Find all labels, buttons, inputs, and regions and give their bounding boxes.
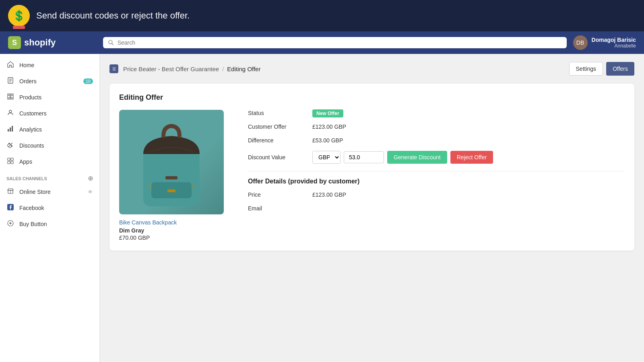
nav-bar: S shopify DB Domagoj Barisic Annabelle	[0, 31, 644, 54]
discount-input[interactable]	[344, 151, 384, 163]
breadcrumb-separator: /	[222, 66, 224, 72]
svg-line-1	[112, 43, 114, 45]
orders-badge: 10	[83, 78, 93, 84]
svg-rect-20	[8, 158, 10, 160]
svg-rect-23	[11, 161, 13, 164]
search-icon	[108, 39, 114, 46]
banner-text: Send discount codes or reject the offer.	[36, 10, 190, 21]
svg-rect-15	[12, 126, 13, 132]
sidebar-item-online-store[interactable]: Online Store 👁	[0, 184, 99, 200]
breadcrumb: ☰ Price Beater - Best Offer Guarantee / …	[109, 64, 260, 73]
sidebar-label-home: Home	[19, 62, 34, 68]
shopify-wordmark: shopify	[24, 37, 56, 48]
divider	[248, 171, 625, 171]
buy-button-icon	[6, 220, 14, 228]
status-value: New Offer	[312, 110, 343, 116]
sidebar-label-orders: Orders	[19, 78, 37, 84]
breadcrumb-bar: ☰ Price Beater - Best Offer Guarantee / …	[109, 62, 634, 76]
product-name-link[interactable]: Bike Canvas Backpack	[119, 219, 232, 226]
card-body: Bike Canvas Backpack Dim Gray £70.00 GBP…	[119, 110, 625, 241]
orders-icon	[6, 77, 14, 85]
sidebar-item-discounts[interactable]: Discounts	[0, 138, 99, 154]
offer-details-title: Offer Details (provided by customer)	[248, 178, 625, 185]
online-store-icon	[6, 188, 14, 196]
svg-rect-22	[8, 161, 10, 164]
home-icon	[6, 61, 14, 69]
discount-value-label: Discount Value	[248, 154, 312, 160]
status-label: Status	[248, 110, 312, 116]
svg-rect-6	[8, 95, 10, 98]
main-content: ☰ Price Beater - Best Offer Guarantee / …	[100, 54, 644, 362]
shopify-logo: S shopify	[8, 36, 97, 49]
sidebar-item-buy-button[interactable]: Buy Button	[0, 216, 99, 232]
search-bar[interactable]	[103, 37, 567, 48]
product-section: Bike Canvas Backpack Dim Gray £70.00 GBP	[119, 110, 232, 241]
difference-value: £53.00 GBP	[312, 137, 343, 144]
sidebar: Home Orders 10 Products Customers Anal	[0, 54, 100, 362]
sidebar-item-orders[interactable]: Orders 10	[0, 73, 99, 89]
email-row: Email	[248, 205, 625, 212]
svg-rect-35	[167, 189, 175, 192]
sidebar-label-products: Products	[19, 94, 41, 101]
sidebar-item-customers[interactable]: Customers	[0, 105, 99, 121]
sidebar-item-analytics[interactable]: Analytics	[0, 121, 99, 138]
layout: Home Orders 10 Products Customers Anal	[0, 54, 644, 362]
sidebar-item-home[interactable]: Home	[0, 57, 99, 73]
generate-discount-button[interactable]: Generate Discount	[387, 151, 447, 164]
sidebar-label-online-store: Online Store	[19, 189, 51, 195]
price-label: Price	[248, 191, 312, 198]
svg-rect-33	[165, 176, 178, 179]
user-name-block: Domagoj Barisic Annabelle	[592, 37, 636, 49]
user-subtitle: Annabelle	[592, 43, 636, 49]
sidebar-item-facebook[interactable]: Facebook	[0, 200, 99, 216]
svg-rect-10	[8, 98, 10, 99]
difference-label: Difference	[248, 137, 312, 144]
search-input[interactable]	[118, 39, 562, 46]
analytics-icon	[6, 125, 14, 134]
status-badge: New Offer	[312, 109, 343, 117]
top-banner: 💲 Send discount codes or reject the offe…	[0, 0, 644, 31]
app-icon: ☰	[109, 64, 118, 73]
products-icon	[6, 93, 14, 101]
sales-channels-title: SALES CHANNELS ⊕	[0, 170, 99, 184]
sidebar-item-products[interactable]: Products	[0, 89, 99, 105]
discount-value-row: Discount Value GBP Generate Discount Rej…	[248, 151, 625, 164]
settings-button[interactable]: Settings	[569, 62, 603, 76]
svg-rect-7	[11, 95, 13, 98]
svg-point-0	[109, 40, 112, 44]
svg-rect-21	[11, 158, 13, 160]
svg-rect-9	[11, 94, 13, 95]
svg-rect-14	[10, 128, 11, 132]
apps-icon	[6, 158, 14, 166]
shopify-logo-icon: S	[8, 36, 21, 49]
sidebar-label-facebook: Facebook	[19, 205, 44, 211]
currency-select[interactable]: GBP	[312, 151, 341, 164]
sidebar-label-analytics: Analytics	[19, 126, 42, 133]
sidebar-label-apps: Apps	[19, 158, 32, 165]
sidebar-item-apps[interactable]: Apps	[0, 154, 99, 170]
offer-section: Status New Offer Customer Offer £123.00 …	[248, 110, 625, 241]
difference-row: Difference £53.00 GBP	[248, 137, 625, 144]
customers-icon	[6, 109, 14, 117]
offers-button[interactable]: Offers	[606, 62, 634, 76]
svg-point-12	[9, 110, 12, 113]
reject-offer-button[interactable]: Reject Offer	[450, 151, 493, 164]
svg-rect-8	[8, 94, 10, 95]
sidebar-label-discounts: Discounts	[19, 142, 44, 149]
add-channel-icon[interactable]: ⊕	[88, 175, 93, 182]
eye-icon[interactable]: 👁	[88, 189, 93, 195]
header-buttons: Settings Offers	[569, 62, 634, 76]
product-variant: Dim Gray	[119, 227, 232, 234]
discounts-icon	[6, 142, 14, 150]
editing-offer-card: Editing Offer	[109, 84, 634, 251]
customer-offer-label: Customer Offer	[248, 123, 312, 130]
product-price: £70.00 GBP	[119, 234, 232, 241]
price-value: £123.00 GBP	[312, 191, 346, 198]
user-name: Domagoj Barisic	[592, 37, 636, 43]
status-row: Status New Offer	[248, 110, 625, 116]
breadcrumb-app-link[interactable]: Price Beater - Best Offer Guarantee	[123, 66, 219, 72]
discount-value-controls: GBP Generate Discount Reject Offer	[312, 151, 493, 164]
card-title: Editing Offer	[119, 93, 625, 102]
customer-offer-row: Customer Offer £123.00 GBP	[248, 123, 625, 130]
sidebar-label-customers: Customers	[19, 110, 47, 117]
